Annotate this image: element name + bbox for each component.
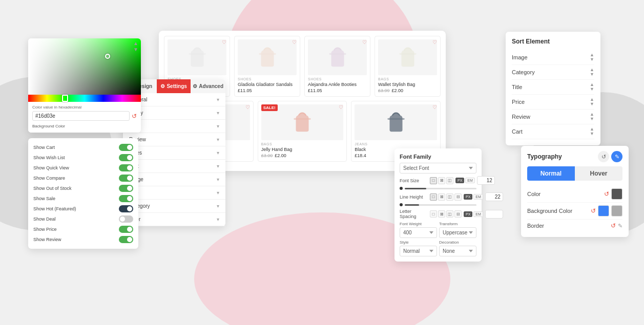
wishlist-icon[interactable]: ♡ [245, 104, 250, 110]
sort-down-arrow[interactable]: ▼ [590, 117, 594, 121]
settings-item[interactable]: Title▾ [123, 186, 225, 200]
font-size-icon2[interactable]: ⊠ [438, 177, 445, 184]
product-name: Gladiola Gladiator Sandals [238, 82, 297, 87]
font-weight-select[interactable]: 400 [400, 227, 437, 238]
sort-items-list: Image ▲ ▼ Category ▲ ▼ Title ▲ ▼ Price ▲… [512, 50, 594, 139]
old-price: £3.00 [261, 153, 273, 158]
bg-color-reset-btn[interactable]: ↺ [591, 207, 596, 214]
settings-item[interactable]: Image▾ [123, 173, 225, 186]
font-size-px-btn[interactable]: PX [455, 178, 464, 183]
border-edit-btn[interactable]: ✎ [618, 223, 622, 229]
color-hue-thumb[interactable] [62, 95, 68, 102]
font-size-em-btn[interactable]: EM [465, 178, 475, 183]
color-crosshair[interactable] [105, 54, 110, 59]
color-swatch[interactable] [611, 188, 622, 200]
sort-down-arrow[interactable]: ▼ [590, 87, 594, 92]
settings-item[interactable]: Cart▾ [123, 160, 225, 173]
bg-color-swatch[interactable] [598, 205, 609, 216]
color-picker-arrow-up[interactable]: ▲ [133, 40, 139, 47]
font-family-select[interactable]: Select Font [400, 163, 476, 174]
toggle-switch[interactable] [119, 164, 133, 171]
product-card: ♡ SHOES Alejandra Ankle Booties £11.05 [304, 36, 370, 97]
tab-settings[interactable]: ⚙ Settings [157, 79, 191, 93]
toggle-switch[interactable] [119, 205, 133, 212]
lh-px-btn[interactable]: PX [464, 194, 472, 200]
lh-em-btn[interactable]: EM [473, 194, 483, 200]
typography-edit-btn[interactable]: ✎ [611, 151, 622, 162]
ls-icon3[interactable]: ◫ [446, 210, 453, 218]
chevron-down-icon: ▾ [217, 163, 219, 169]
lh-icon2[interactable]: ⊠ [438, 193, 445, 201]
sort-arrows[interactable]: ▲ ▼ [590, 112, 594, 121]
wishlist-icon[interactable]: ♡ [432, 39, 437, 45]
sort-down-arrow[interactable]: ▼ [590, 132, 594, 136]
ls-px-btn[interactable]: PX [464, 211, 472, 217]
sort-down-arrow[interactable]: ▼ [590, 72, 594, 77]
toggle-label: Show Hot (Featured) [33, 206, 76, 211]
color-hex-input[interactable] [32, 111, 130, 121]
settings-item[interactable]: Category▾ [123, 200, 225, 213]
settings-item[interactable]: Review▾ [123, 133, 225, 146]
font-size-input[interactable] [477, 176, 495, 185]
color-refresh-icon[interactable]: ↺ [132, 113, 137, 120]
sort-down-arrow[interactable]: ▼ [590, 102, 594, 106]
typography-panel: Typography ↺ ✎ Normal Hover Color ↺ Back… [521, 146, 629, 237]
sort-down-arrow[interactable]: ▼ [590, 57, 594, 62]
line-height-input[interactable] [485, 192, 503, 201]
color-picker-panel: ▲ ▼ Color value in hexadecimal ↺ Backgro… [28, 38, 141, 133]
wishlist-icon[interactable]: ♡ [432, 104, 437, 110]
font-size-px-icon[interactable]: □ [430, 177, 437, 184]
color-picker-arrow-down[interactable]: ▼ [133, 47, 139, 53]
font-size-slider-dot [400, 187, 403, 190]
product-price: £11.05 [238, 88, 297, 93]
toggle-switch[interactable] [119, 154, 133, 161]
font-size-icon3[interactable]: ◫ [446, 177, 453, 184]
toggle-switch[interactable] [119, 144, 133, 151]
toggle-switch[interactable] [119, 215, 133, 223]
toggle-switch[interactable] [119, 236, 133, 243]
hover-tab[interactable]: Hover [575, 166, 622, 181]
decoration-select[interactable]: None [439, 246, 476, 256]
style-select[interactable]: Normal [400, 246, 437, 256]
lh-icon3[interactable]: ◫ [446, 193, 453, 201]
toggle-switch[interactable] [119, 175, 133, 182]
toggle-switch[interactable] [119, 185, 133, 192]
tab-advanced[interactable]: ⚙ Advanced [191, 79, 225, 93]
border-reset-btn[interactable]: ↺ [611, 222, 616, 229]
ls-icon1[interactable]: □ [430, 210, 437, 218]
wishlist-icon[interactable]: ♡ [339, 104, 343, 110]
settings-item[interactable]: Sales▾ [123, 146, 225, 160]
letter-spacing-input[interactable] [485, 210, 503, 219]
line-height-slider-track[interactable] [405, 204, 476, 206]
color-picker-controls: Color value in hexadecimal ↺ Background … [28, 102, 141, 133]
sort-arrows[interactable]: ▲ ▼ [590, 82, 594, 92]
sort-arrows[interactable]: ▲ ▼ [590, 68, 594, 77]
color-hue-bar[interactable] [28, 95, 141, 102]
toggle-switch[interactable] [119, 226, 133, 233]
typography-refresh-btn[interactable]: ↺ [598, 151, 609, 162]
bg-color-swatch2[interactable] [611, 205, 622, 216]
wishlist-icon[interactable]: ♡ [362, 39, 367, 45]
toggle-switch[interactable] [119, 195, 133, 202]
toggle-row: Show Deal [33, 214, 133, 224]
ls-icon4[interactable]: ⊟ [454, 210, 462, 218]
ls-em-btn[interactable]: EM [473, 211, 483, 217]
font-size-slider-track[interactable] [405, 188, 476, 189]
color-bg-label: Background Color [32, 124, 137, 128]
lh-icon1[interactable]: □ [430, 193, 437, 201]
lh-icon4[interactable]: ⊟ [454, 193, 462, 201]
sort-arrows[interactable]: ▲ ▼ [590, 127, 594, 136]
normal-tab[interactable]: Normal [527, 166, 575, 181]
ls-icon2[interactable]: ⊠ [438, 210, 445, 218]
sort-arrows[interactable]: ▲ ▼ [590, 97, 594, 106]
typography-title: Typography [527, 153, 562, 160]
settings-item[interactable]: Filter▾ [123, 213, 225, 226]
color-gradient[interactable] [28, 38, 141, 95]
wishlist-icon[interactable]: ♡ [292, 39, 297, 45]
svg-rect-6 [387, 118, 404, 120]
sort-arrows[interactable]: ▲ ▼ [590, 53, 594, 62]
typography-header: Typography ↺ ✎ [527, 151, 622, 162]
wishlist-icon[interactable]: ♡ [222, 39, 226, 45]
color-reset-btn[interactable]: ↺ [604, 190, 609, 198]
transform-select[interactable]: Uppercase [439, 227, 476, 238]
